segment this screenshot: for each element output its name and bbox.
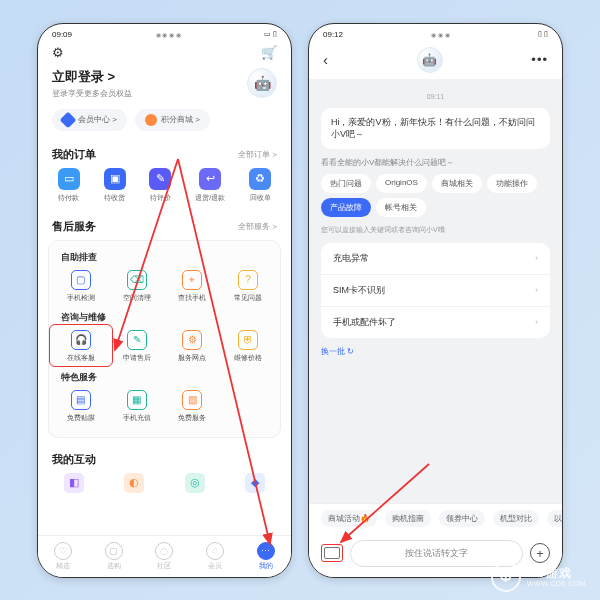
tabbar: ♡精选 ▢选购 ◌社区 ♢会员 ⋯我的 [38,535,291,577]
free-service[interactable]: ▧免费服务 [165,390,221,423]
online-service[interactable]: 🎧在线客服 [53,330,109,363]
sug-compare[interactable]: 机型对比 [493,510,539,527]
interact-header: 我的互动 [38,446,291,473]
service-header: 售后服务 全部服务 > [38,213,291,240]
watermark: Φ CD游戏WWW.CD6.COM [491,562,586,592]
status-icons: ◉ ◉ ◉ ◉ [156,31,181,38]
selfcheck-title: 自助排查 [53,249,276,270]
tab-featured[interactable]: ♡精选 [54,542,72,571]
quick-q-charge[interactable]: 充电异常› [321,243,550,275]
settings-icon[interactable]: ⚙ [52,45,64,60]
login-subtitle: 登录享受更多会员权益 [52,88,132,99]
pill-row: 会员中心 > 积分商城 > [38,109,291,141]
chat-header: ‹ 🤖 ••• [309,41,562,79]
repair-price[interactable]: ⛨维修价格 [220,330,276,363]
chip-fault[interactable]: 产品故障 [321,198,371,217]
order-row: ▭待付款 ▣待收货 ✎待评价 ↩退货/退款 ♻回收单 [38,168,291,213]
sug-guide[interactable]: 购机指南 [385,510,431,527]
interact-2[interactable]: ◐ [124,473,144,493]
phone-left: 09:09 ◉ ◉ ◉ ◉ ▭ ▯ ⚙ 🛒 立即登录 > 登录享受更多会员权益 … [37,23,292,578]
order-refund[interactable]: ↩退货/退款 [195,168,225,203]
refresh-link[interactable]: 换一批 ↻ [321,346,550,357]
login-row: 立即登录 > 登录享受更多会员权益 🤖 [38,64,291,109]
status-right: ▭ ▯ [264,30,277,38]
order-pending-pay[interactable]: ▭待付款 [58,168,80,203]
sug-coupon[interactable]: 领券中心 [439,510,485,527]
tab-shop[interactable]: ▢选购 [105,542,123,571]
interact-4[interactable]: ◆ [245,473,265,493]
chip-mall[interactable]: 商城相关 [432,174,482,193]
sug-more[interactable]: 以 [547,510,562,527]
space-clean[interactable]: ⌫空间清理 [109,270,165,303]
chip-originos[interactable]: OriginOS [376,174,427,193]
status-icons: ◉ ◉ ◉ [431,31,449,38]
quick-questions: 充电异常› SIM卡不识别› 手机或配件坏了› [321,243,550,338]
apply-aftersale[interactable]: ✎申请售后 [109,330,165,363]
tab-community[interactable]: ◌社区 [155,542,173,571]
phone-recharge[interactable]: ▦手机充值 [109,390,165,423]
faq[interactable]: ?常见问题 [220,270,276,303]
chat-body: 09:11 Hi，亲爱的V粉，新年快乐！有什么问题，不妨问问小V吧～ 看看全能的… [309,79,562,503]
find-phone[interactable]: ⌖查找手机 [165,270,221,303]
status-time: 09:09 [52,30,72,39]
status-time: 09:12 [323,30,343,39]
service-all-link[interactable]: 全部服务 > [238,221,277,232]
special-title: 特色服务 [53,369,276,390]
more-icon[interactable]: ••• [531,52,548,67]
statusbar: 09:12 ◉ ◉ ◉ ▯ ▯ [309,24,562,41]
chat-avatar: 🤖 [417,47,443,73]
plus-icon[interactable]: + [530,543,550,563]
interact-row: ◧ ◐ ◎ ◆ [38,473,291,499]
order-pending-review[interactable]: ✎待评价 [149,168,171,203]
member-center-pill[interactable]: 会员中心 > [52,109,127,131]
help-prompt: 看看全能的小V都能解决什么问题吧～ [321,157,550,168]
service-title: 售后服务 [52,219,96,234]
status-right: ▯ ▯ [538,30,548,38]
quick-q-broken[interactable]: 手机或配件坏了› [321,307,550,338]
phone-right: 09:12 ◉ ◉ ◉ ▯ ▯ ‹ 🤖 ••• 09:11 Hi，亲爱的V粉，新… [308,23,563,578]
order-pending-receive[interactable]: ▣待收货 [104,168,126,203]
greeting-message: Hi，亲爱的V粉，新年快乐！有什么问题，不妨问问小V吧～ [321,108,550,149]
statusbar: 09:09 ◉ ◉ ◉ ◉ ▭ ▯ [38,24,291,41]
service-panel: 自助排查 ▢手机检测 ⌫空间清理 ⌖查找手机 ?常见问题 咨询与维修 🎧在线客服… [48,240,281,438]
service-point[interactable]: ⚙服务网点 [165,330,221,363]
avatar[interactable]: 🤖 [247,68,277,98]
quick-q-sim[interactable]: SIM卡不识别› [321,275,550,307]
header: ⚙ 🛒 [38,41,291,64]
watermark-logo-icon: Φ [491,562,521,592]
orders-title: 我的订单 [52,147,96,162]
free-film[interactable]: ▤免费贴膜 [53,390,109,423]
input-hint: 您可以直接输入关键词或者咨询问小V哦 [321,225,550,235]
login-link[interactable]: 立即登录 > [52,68,132,86]
back-icon[interactable]: ‹ [323,51,328,68]
chip-account[interactable]: 帐号相关 [376,198,426,217]
points-mall-pill[interactable]: 积分商城 > [135,109,210,131]
interact-title: 我的互动 [52,452,96,467]
sug-activity[interactable]: 商城活动🔥 [321,510,377,527]
cart-icon[interactable]: 🛒 [261,45,277,60]
chip-function[interactable]: 功能操作 [487,174,537,193]
orders-all-link[interactable]: 全部订单 > [238,149,277,160]
chip-row: 热门问题 OriginOS 商城相关 功能操作 产品故障 帐号相关 [321,174,550,217]
suggestion-row: 商城活动🔥 购机指南 领券中心 机型对比 以 [309,503,562,533]
interact-3[interactable]: ◎ [185,473,205,493]
chat-timestamp: 09:11 [321,93,550,100]
tab-mine[interactable]: ⋯我的 [257,542,275,571]
order-recycle[interactable]: ♻回收单 [249,168,271,203]
interact-1[interactable]: ◧ [64,473,84,493]
chip-hot[interactable]: 热门问题 [321,174,371,193]
orders-header: 我的订单 全部订单 > [38,141,291,168]
phone-detect[interactable]: ▢手机检测 [53,270,109,303]
keyboard-icon[interactable] [321,544,343,562]
tab-member[interactable]: ♢会员 [206,542,224,571]
